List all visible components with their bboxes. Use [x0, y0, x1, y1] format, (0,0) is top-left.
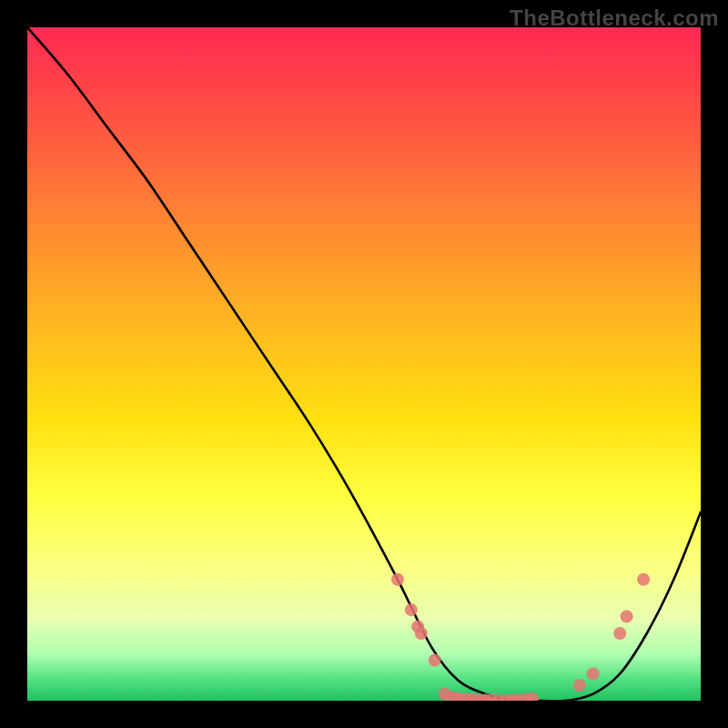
curve-svg: [27, 27, 701, 701]
data-point: [405, 603, 418, 616]
data-point: [587, 667, 600, 680]
plot-area: [27, 27, 701, 701]
data-point: [429, 654, 441, 667]
bottleneck-curve: [27, 27, 701, 701]
data-point: [621, 611, 633, 623]
data-point: [613, 627, 626, 640]
chart-container: TheBottleneck.com: [0, 0, 728, 728]
data-point: [391, 573, 404, 586]
data-point: [573, 679, 586, 692]
data-point: [637, 573, 650, 586]
data-point: [415, 627, 428, 640]
